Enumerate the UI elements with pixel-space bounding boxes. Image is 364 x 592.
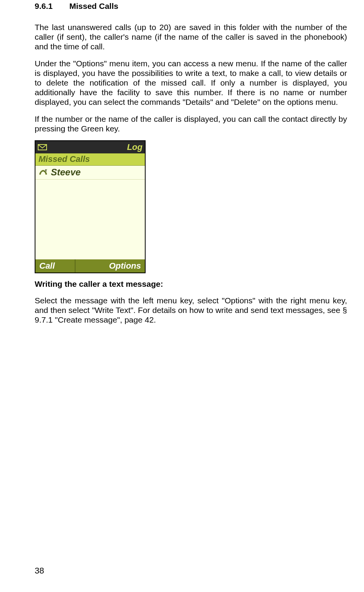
envelope-icon xyxy=(38,143,47,151)
softkey-divider xyxy=(75,259,75,272)
paragraph-2: Under the "Options" menu item, you can a… xyxy=(35,59,347,107)
paragraph-1: The last unanswered calls (up to 20) are… xyxy=(35,22,347,52)
missed-call-icon: x xyxy=(38,168,49,177)
phone-status-bar: Log xyxy=(35,141,145,153)
section-title: Missed Calls xyxy=(69,2,118,10)
phone-screenshot: Log Missed Calls x Steeve Call Options xyxy=(35,140,146,273)
softkey-options[interactable]: Options xyxy=(109,261,145,271)
paragraph-4: Select the message with the left menu ke… xyxy=(35,296,347,325)
section-number: 9.6.1 xyxy=(35,2,69,11)
phone-body-empty xyxy=(35,180,145,259)
softkey-call[interactable]: Call xyxy=(35,261,55,271)
missed-call-entry[interactable]: x Steeve xyxy=(35,166,145,180)
paragraph-3: If the number or the name of the caller … xyxy=(35,114,347,133)
page-number: 38 xyxy=(35,566,44,576)
missed-call-name: Steeve xyxy=(51,167,81,178)
svg-text:x: x xyxy=(44,168,47,172)
subheading-write-text: Writing the caller a text message: xyxy=(35,279,347,289)
phone-status-title: Log xyxy=(127,142,143,152)
section-heading: 9.6.1Missed Calls xyxy=(35,0,347,22)
phone-softkey-bar: Call Options xyxy=(35,259,145,272)
phone-list-header: Missed Calls xyxy=(35,153,145,166)
